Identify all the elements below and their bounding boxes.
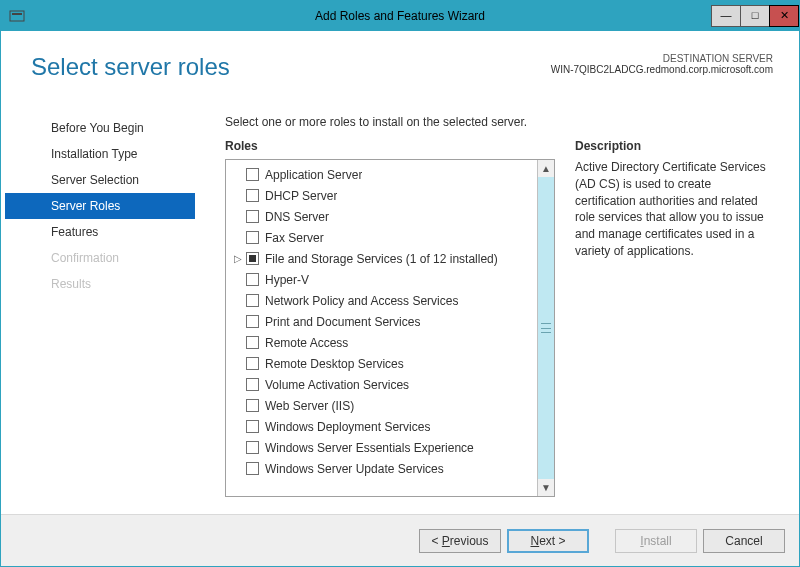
- role-checkbox[interactable]: [246, 399, 259, 412]
- role-label: DNS Server: [265, 210, 329, 224]
- previous-button[interactable]: < Previous: [419, 529, 501, 553]
- install-button: Install: [615, 529, 697, 553]
- role-item[interactable]: Application Server: [230, 164, 537, 185]
- role-item[interactable]: Remote Access: [230, 332, 537, 353]
- role-label: Hyper-V: [265, 273, 309, 287]
- role-item[interactable]: Windows Server Essentials Experience: [230, 437, 537, 458]
- role-label: Volume Activation Services: [265, 378, 409, 392]
- description-column: Description Active Directory Certificate…: [575, 139, 773, 514]
- svg-rect-0: [10, 11, 24, 21]
- instruction-text: Select one or more roles to install on t…: [225, 109, 773, 139]
- role-item[interactable]: Web Server (IIS): [230, 395, 537, 416]
- role-item[interactable]: Windows Server Update Services: [230, 458, 537, 479]
- scroll-up-icon[interactable]: ▲: [538, 160, 554, 177]
- scrollbar[interactable]: ▲ ▼: [537, 160, 554, 496]
- role-label: Fax Server: [265, 231, 324, 245]
- role-checkbox[interactable]: [246, 210, 259, 223]
- window-title: Add Roles and Features Wizard: [1, 9, 799, 23]
- role-item[interactable]: DNS Server: [230, 206, 537, 227]
- role-item[interactable]: ▷File and Storage Services (1 of 12 inst…: [230, 248, 537, 269]
- svg-rect-1: [12, 13, 22, 15]
- role-item[interactable]: Windows Deployment Services: [230, 416, 537, 437]
- role-checkbox[interactable]: [246, 357, 259, 370]
- role-item[interactable]: DHCP Server: [230, 185, 537, 206]
- role-label: Web Server (IIS): [265, 399, 354, 413]
- scroll-thumb[interactable]: [541, 323, 551, 333]
- role-checkbox[interactable]: [246, 294, 259, 307]
- scroll-down-icon[interactable]: ▼: [538, 479, 554, 496]
- wizard-window: Add Roles and Features Wizard — □ ✕ Sele…: [0, 0, 800, 567]
- page-title: Select server roles: [31, 53, 230, 81]
- destination-label: DESTINATION SERVER: [551, 53, 773, 64]
- role-item[interactable]: Volume Activation Services: [230, 374, 537, 395]
- role-label: DHCP Server: [265, 189, 337, 203]
- scroll-track[interactable]: [538, 177, 554, 479]
- minimize-button[interactable]: —: [711, 5, 741, 27]
- close-button[interactable]: ✕: [769, 5, 799, 27]
- window-controls: — □ ✕: [712, 5, 799, 27]
- roles-listbox[interactable]: Application ServerDHCP ServerDNS ServerF…: [225, 159, 555, 497]
- nav-item-server-roles[interactable]: Server Roles: [5, 193, 195, 219]
- columns: Roles Application ServerDHCP ServerDNS S…: [225, 139, 773, 514]
- role-label: File and Storage Services (1 of 12 insta…: [265, 252, 498, 266]
- role-checkbox[interactable]: [246, 231, 259, 244]
- role-checkbox[interactable]: [246, 252, 259, 265]
- maximize-button[interactable]: □: [740, 5, 770, 27]
- description-text: Active Directory Certificate Services (A…: [575, 159, 773, 260]
- role-item[interactable]: Fax Server: [230, 227, 537, 248]
- main-panel: Select one or more roles to install on t…: [195, 109, 773, 514]
- role-label: Network Policy and Access Services: [265, 294, 458, 308]
- destination-block: DESTINATION SERVER WIN-7QIBC2LADCG.redmo…: [551, 53, 773, 75]
- roles-heading: Roles: [225, 139, 555, 153]
- role-label: Application Server: [265, 168, 362, 182]
- nav-item-installation-type[interactable]: Installation Type: [5, 141, 195, 167]
- role-checkbox[interactable]: [246, 462, 259, 475]
- roles-column: Roles Application ServerDHCP ServerDNS S…: [225, 139, 555, 514]
- header-area: Select server roles DESTINATION SERVER W…: [5, 31, 795, 109]
- role-checkbox[interactable]: [246, 420, 259, 433]
- role-item[interactable]: Print and Document Services: [230, 311, 537, 332]
- nav-item-confirmation: Confirmation: [5, 245, 195, 271]
- titlebar[interactable]: Add Roles and Features Wizard — □ ✕: [1, 1, 799, 31]
- nav-item-before-you-begin[interactable]: Before You Begin: [5, 115, 195, 141]
- role-checkbox[interactable]: [246, 378, 259, 391]
- role-checkbox[interactable]: [246, 336, 259, 349]
- nav-item-server-selection[interactable]: Server Selection: [5, 167, 195, 193]
- expand-icon[interactable]: ▷: [232, 253, 244, 264]
- content-area: Select server roles DESTINATION SERVER W…: [1, 31, 799, 514]
- role-checkbox[interactable]: [246, 273, 259, 286]
- role-checkbox[interactable]: [246, 441, 259, 454]
- role-label: Print and Document Services: [265, 315, 420, 329]
- footer: < Previous Next > Install Cancel: [1, 514, 799, 566]
- role-label: Windows Server Essentials Experience: [265, 441, 474, 455]
- description-heading: Description: [575, 139, 773, 153]
- role-checkbox[interactable]: [246, 168, 259, 181]
- nav-item-results: Results: [5, 271, 195, 297]
- roles-list: Application ServerDHCP ServerDNS ServerF…: [226, 160, 537, 496]
- role-checkbox[interactable]: [246, 315, 259, 328]
- destination-server: WIN-7QIBC2LADCG.redmond.corp.microsoft.c…: [551, 64, 773, 75]
- app-icon: [9, 8, 25, 24]
- role-item[interactable]: Hyper-V: [230, 269, 537, 290]
- next-button[interactable]: Next >: [507, 529, 589, 553]
- role-label: Windows Server Update Services: [265, 462, 444, 476]
- nav-item-features[interactable]: Features: [5, 219, 195, 245]
- role-item[interactable]: Remote Desktop Services: [230, 353, 537, 374]
- role-checkbox[interactable]: [246, 189, 259, 202]
- role-label: Windows Deployment Services: [265, 420, 430, 434]
- cancel-button[interactable]: Cancel: [703, 529, 785, 553]
- role-label: Remote Access: [265, 336, 348, 350]
- role-item[interactable]: Network Policy and Access Services: [230, 290, 537, 311]
- body-area: Before You BeginInstallation TypeServer …: [5, 109, 795, 514]
- wizard-nav: Before You BeginInstallation TypeServer …: [5, 109, 195, 514]
- role-label: Remote Desktop Services: [265, 357, 404, 371]
